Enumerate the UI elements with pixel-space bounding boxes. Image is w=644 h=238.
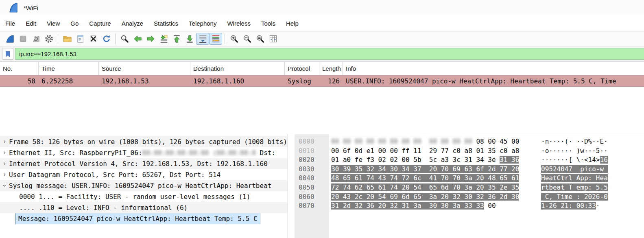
selected-field-row[interactable]: Message: 1609524047 pico-w HeatCtrlApp: … bbox=[15, 213, 260, 224]
menu-item-analyze[interactable]: Analyze bbox=[116, 20, 148, 27]
chevron-right-icon[interactable]: › bbox=[0, 158, 9, 169]
zoom-in-button[interactable] bbox=[227, 33, 240, 45]
menu-item-tools[interactable]: Tools bbox=[256, 20, 281, 27]
hex-bytes[interactable]: 88 88 88 88 88 88 88 88 88 88 88 88 08 0… bbox=[331, 137, 519, 146]
packet-row[interactable]: 586.252258192.168.1.53192.168.1.160Syslo… bbox=[0, 75, 644, 87]
resize-columns-button[interactable] bbox=[266, 33, 279, 45]
display-filter-input[interactable] bbox=[15, 48, 644, 60]
menu-item-file[interactable]: File bbox=[0, 20, 20, 27]
chevron-right-icon[interactable]: › bbox=[0, 169, 9, 180]
open-file-button[interactable] bbox=[61, 33, 74, 45]
hex-bytes[interactable]: 48 65 61 74 43 74 72 6c 41 70 70 3a 20 4… bbox=[331, 174, 519, 183]
colorize-button[interactable] bbox=[209, 33, 222, 45]
hex-ascii[interactable]: ·······[ \·<14>16 bbox=[541, 155, 608, 165]
details-row[interactable]: ›Frame 58: 126 bytes on wire (1008 bits)… bbox=[0, 136, 288, 147]
hex-offset: 0020 bbox=[299, 155, 314, 165]
hex-byte-segment: 08 00 45 00 bbox=[472, 138, 520, 145]
auto-scroll-button[interactable] bbox=[196, 33, 209, 45]
details-text: Dst: bbox=[256, 147, 275, 158]
zoom-out-button[interactable] bbox=[240, 33, 253, 45]
hex-row[interactable]: 001000 6f 0d e1 00 00 ff 11 29 77 c0 a8 … bbox=[288, 146, 644, 156]
chevron-down-icon[interactable]: › bbox=[0, 180, 9, 191]
hex-byte-segment: 00 bbox=[484, 202, 496, 210]
menu-item-go[interactable]: Go bbox=[65, 20, 84, 27]
details-row[interactable]: ›Ethernet II, Src: RaspberryPiT_06:88:88… bbox=[0, 147, 288, 158]
cell-destination: 192.168.1.160 bbox=[190, 75, 285, 87]
zoom-original-icon bbox=[255, 34, 265, 44]
go-last-packet-button[interactable] bbox=[183, 33, 196, 45]
menu-item-help[interactable]: Help bbox=[281, 20, 304, 27]
stop-capture-button[interactable] bbox=[16, 33, 29, 45]
hex-row[interactable]: 002001 a0 fe f3 02 02 00 5b 5c a3 3c 31 … bbox=[288, 155, 644, 165]
hex-ascii[interactable]: HeatCtrl App: Hea bbox=[541, 174, 608, 183]
column-header-source[interactable]: Source bbox=[99, 62, 190, 75]
open-file-icon bbox=[63, 34, 72, 44]
menu-item-wireless[interactable]: Wireless bbox=[222, 20, 256, 27]
hex-bytes[interactable]: 31 2d 32 36 20 32 31 3a 30 30 3a 33 33 0… bbox=[331, 201, 496, 211]
details-row[interactable]: ›Syslog message: USER.INFO: 1609524047 p… bbox=[0, 180, 288, 191]
zoom-original-button[interactable] bbox=[253, 33, 266, 45]
column-header-destination[interactable]: Destination bbox=[190, 62, 285, 75]
reload-file-icon bbox=[102, 34, 111, 44]
cell-time: 6.252258 bbox=[39, 75, 99, 87]
details-row[interactable]: 0000 1... = Facility: USER - random user… bbox=[0, 191, 288, 202]
hex-bytes[interactable]: 20 43 2c 20 54 69 6d 65 3a 20 32 30 32 3… bbox=[331, 192, 519, 202]
ascii-segment: · bbox=[596, 202, 600, 210]
menu-item-edit[interactable]: Edit bbox=[20, 20, 41, 27]
column-header-length[interactable]: Length bbox=[319, 62, 343, 75]
go-forward-button[interactable] bbox=[144, 33, 157, 45]
hex-bytes[interactable]: 01 a0 fe f3 02 02 00 5b 5c a3 3c 31 34 3… bbox=[331, 155, 519, 165]
details-row[interactable]: ›User Datagram Protocol, Src Port: 65267… bbox=[0, 169, 288, 180]
menu-item-view[interactable]: View bbox=[41, 20, 65, 27]
close-file-icon bbox=[89, 34, 98, 44]
menu-item-statistics[interactable]: Statistics bbox=[148, 20, 183, 27]
hex-offset: 0030 bbox=[299, 165, 314, 174]
go-to-packet-button[interactable] bbox=[157, 33, 170, 45]
lower-panes: ›Frame 58: 126 bytes on wire (1008 bits)… bbox=[0, 134, 644, 238]
filter-bookmark-button[interactable] bbox=[2, 48, 13, 60]
hex-ascii[interactable]: ·o······ )w···5·· bbox=[541, 146, 608, 156]
hex-row[interactable]: 007031 2d 32 36 20 32 31 3a 30 30 3a 33 … bbox=[288, 201, 644, 211]
hex-row[interactable]: 000088 88 88 88 88 88 88 88 88 88 88 88 … bbox=[288, 137, 644, 146]
hex-bytes[interactable]: 00 6f 0d e1 00 00 ff 11 29 77 c0 a8 01 3… bbox=[331, 146, 519, 156]
cell-protocol: Syslog bbox=[285, 75, 319, 87]
details-row[interactable]: Message: 1609524047 pico-w HeatCtrlApp: … bbox=[0, 213, 288, 224]
column-header-time[interactable]: Time bbox=[39, 62, 99, 75]
packet-details-pane: ›Frame 58: 126 bytes on wire (1008 bits)… bbox=[0, 134, 288, 238]
column-header-info[interactable]: Info bbox=[343, 62, 644, 75]
find-packet-button[interactable] bbox=[118, 33, 131, 45]
menu-item-telephony[interactable]: Telephony bbox=[183, 20, 222, 27]
hex-row[interactable]: 006020 43 2c 20 54 69 6d 65 3a 20 32 30 … bbox=[288, 192, 644, 202]
hex-row[interactable]: 004048 65 61 74 43 74 72 6c 41 70 70 3a … bbox=[288, 174, 644, 183]
hex-offset: 0010 bbox=[299, 146, 314, 156]
go-back-icon bbox=[133, 34, 142, 44]
hex-ascii[interactable]: 09524047 pico-w bbox=[541, 165, 608, 174]
column-header-protocol[interactable]: Protocol bbox=[285, 62, 319, 75]
chevron-right-icon[interactable]: › bbox=[0, 147, 9, 158]
reload-file-button[interactable] bbox=[100, 33, 113, 45]
main-toolbar bbox=[0, 31, 644, 46]
start-capture-icon bbox=[5, 34, 15, 44]
hex-row[interactable]: 005072 74 62 65 61 74 20 54 65 6d 70 3a … bbox=[288, 183, 644, 192]
hex-ascii[interactable]: ·n····(· ··D%··E· bbox=[541, 137, 608, 146]
hex-row[interactable]: 003030 39 35 32 34 30 34 37 20 70 69 63 … bbox=[288, 165, 644, 174]
hex-ascii[interactable]: C, Time : 2026-0 bbox=[541, 192, 608, 202]
details-text: Ethernet II, Src: RaspberryPiT_06: bbox=[9, 147, 142, 158]
go-first-packet-button[interactable] bbox=[170, 33, 183, 45]
column-header-no[interactable]: No. bbox=[0, 62, 39, 75]
close-file-button[interactable] bbox=[87, 33, 100, 45]
ascii-segment: ·······[ \·<14> bbox=[541, 156, 600, 164]
hex-ascii[interactable]: rtbeat T emp: 5.5 bbox=[541, 183, 608, 192]
hex-bytes[interactable]: 30 39 35 32 34 30 34 37 20 70 69 63 6f 2… bbox=[331, 165, 519, 174]
menu-item-capture[interactable]: Capture bbox=[84, 20, 116, 27]
capture-options-button[interactable] bbox=[42, 33, 55, 45]
hex-ascii[interactable]: 1-26 21: 00:33· bbox=[541, 201, 600, 211]
save-file-button[interactable] bbox=[74, 33, 87, 45]
start-capture-button[interactable] bbox=[3, 33, 16, 45]
details-row[interactable]: .... .110 = Level: INFO - informational … bbox=[0, 202, 288, 213]
restart-capture-button[interactable] bbox=[29, 33, 42, 45]
go-back-button[interactable] bbox=[131, 33, 144, 45]
details-row[interactable]: ›Internet Protocol Version 4, Src: 192.1… bbox=[0, 158, 288, 169]
chevron-right-icon[interactable]: › bbox=[0, 136, 9, 147]
hex-bytes[interactable]: 72 74 62 65 61 74 20 54 65 6d 70 3a 20 3… bbox=[331, 183, 519, 192]
